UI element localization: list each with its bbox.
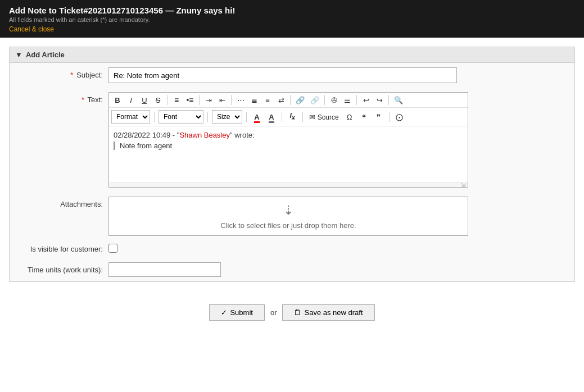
text-label: * Text: bbox=[19, 92, 108, 104]
toolbar-sep9 bbox=[207, 112, 208, 122]
text-control-wrap: B I U S ≡ •≡ ⇥ ⇤ ⋯ ≣ bbox=[108, 92, 565, 188]
time-units-row: Time units (work units): bbox=[10, 258, 574, 281]
draft-icon: 🗒 bbox=[294, 308, 301, 317]
format-dropdown[interactable]: Format bbox=[111, 110, 150, 124]
align-center-button[interactable]: ≣ bbox=[248, 95, 260, 105]
toolbar-row2: Format Font Size A A bbox=[109, 108, 468, 126]
table-button[interactable]: ⚌ bbox=[341, 95, 354, 105]
attachments-placeholder: Click to select files or just drop them … bbox=[220, 221, 356, 230]
align-right-button[interactable]: ≡ bbox=[261, 95, 274, 105]
visible-customer-row: Is visible for customer: bbox=[10, 240, 574, 258]
toolbar-sep8 bbox=[154, 112, 155, 122]
toolbar-sep4 bbox=[290, 95, 291, 105]
bold-button[interactable]: B bbox=[111, 95, 124, 105]
toolbar-sep7 bbox=[388, 95, 389, 105]
unlink-button[interactable]: 🔗 bbox=[308, 95, 322, 105]
toolbar-row1: B I U S ≡ •≡ ⇥ ⇤ ⋯ ≣ bbox=[109, 93, 468, 108]
link-button[interactable]: 🔗 bbox=[293, 95, 307, 105]
content-area: ▼ Add Article * Subject: * Text: bbox=[0, 38, 584, 341]
toolbar-sep12 bbox=[302, 112, 303, 122]
submit-label: Submit bbox=[230, 308, 252, 317]
unquote-button[interactable]: ❞ bbox=[373, 112, 385, 122]
resize-icon: ⇲ bbox=[461, 182, 465, 188]
outdent-button[interactable]: ⇤ bbox=[216, 95, 228, 105]
collapse-icon: ▼ bbox=[15, 51, 22, 59]
toolbar-sep10 bbox=[246, 112, 247, 122]
strikethrough-button[interactable]: S bbox=[152, 95, 164, 105]
editor-container: B I U S ≡ •≡ ⇥ ⇤ ⋯ ≣ bbox=[108, 92, 468, 188]
submit-check-icon: ✓ bbox=[221, 308, 227, 317]
attachments-control-wrap: ⇣ Click to select files or just drop the… bbox=[108, 197, 565, 236]
toolbar-sep3 bbox=[231, 95, 232, 105]
toolbar-sep2 bbox=[199, 95, 200, 105]
cancel-close-link[interactable]: Cancel & close bbox=[9, 25, 54, 33]
redo-button[interactable]: ↪ bbox=[373, 95, 386, 105]
font-color-button[interactable]: A bbox=[251, 112, 263, 122]
text-required: * bbox=[82, 95, 84, 104]
add-article-label: Add Article bbox=[26, 51, 65, 59]
source-button[interactable]: ✉ Source bbox=[307, 112, 341, 122]
draft-label: Save as new draft bbox=[304, 308, 363, 317]
quote-text: Note from agent bbox=[120, 142, 172, 150]
visible-customer-checkbox[interactable] bbox=[108, 244, 117, 253]
blockquote-button[interactable]: ❝ bbox=[358, 112, 370, 122]
attachments-dropzone[interactable]: ⇣ Click to select files or just drop the… bbox=[108, 197, 468, 236]
image-button[interactable]: ✇ bbox=[328, 95, 340, 105]
subject-control-wrap bbox=[108, 67, 565, 83]
toolbar-sep13 bbox=[389, 112, 390, 122]
top-header: Add Note to Ticket#2021012710123456 — Zn… bbox=[0, 0, 584, 38]
author-link: Shawn Beasley bbox=[179, 131, 230, 139]
subject-label: * Subject: bbox=[19, 67, 108, 79]
time-units-input[interactable] bbox=[108, 262, 221, 277]
attachments-label: Attachments: bbox=[19, 197, 108, 208]
or-text: or bbox=[270, 308, 277, 317]
font-dropdown[interactable]: Font bbox=[159, 110, 203, 124]
date-line: 02/28/2022 10:49 - "Shawn Beasley" wrote… bbox=[114, 131, 463, 139]
bg-color-button[interactable]: A bbox=[265, 112, 278, 122]
editor-content[interactable]: 02/28/2022 10:49 - "Shawn Beasley" wrote… bbox=[109, 126, 468, 183]
subject-input[interactable] bbox=[108, 67, 457, 83]
size-dropdown[interactable]: Size bbox=[212, 110, 242, 124]
add-article-section: ▼ Add Article * Subject: * Text: bbox=[9, 47, 575, 282]
indent-button[interactable]: ⇥ bbox=[202, 95, 215, 105]
italic-button[interactable]: I bbox=[125, 95, 137, 105]
unordered-list-button[interactable]: •≡ bbox=[184, 95, 196, 105]
draft-button[interactable]: 🗒 Save as new draft bbox=[282, 304, 374, 321]
mandatory-note: All fields marked with an asterisk (*) a… bbox=[9, 16, 575, 23]
add-article-header[interactable]: ▼ Add Article bbox=[10, 47, 574, 63]
underline-button[interactable]: U bbox=[138, 95, 151, 105]
toolbar-sep5 bbox=[324, 95, 325, 105]
attachments-row: Attachments: ⇣ Click to select files or … bbox=[10, 192, 574, 240]
upload-icon: ⇣ bbox=[283, 203, 293, 218]
toolbar-sep11 bbox=[282, 112, 282, 122]
undo-button[interactable]: ↩ bbox=[360, 95, 372, 105]
bottom-actions: ✓ Submit or 🗒 Save as new draft bbox=[9, 293, 575, 332]
time-units-control bbox=[108, 262, 565, 277]
text-row: * Text: B I U S ≡ •≡ bbox=[10, 88, 574, 192]
subject-required: * bbox=[70, 71, 73, 79]
omega-button[interactable]: Ω bbox=[343, 112, 356, 122]
quote-line: Note from agent bbox=[114, 142, 463, 150]
justify-button[interactable]: ⇄ bbox=[275, 95, 287, 105]
remove-format-button[interactable]: Ix bbox=[286, 111, 298, 122]
visible-customer-label: Is visible for customer: bbox=[19, 245, 108, 253]
subject-row: * Subject: bbox=[10, 63, 574, 88]
page-wrapper: Add Note to Ticket#2021012710123456 — Zn… bbox=[0, 0, 584, 392]
page-title: Add Note to Ticket#2021012710123456 — Zn… bbox=[9, 6, 575, 15]
visible-customer-control bbox=[108, 244, 565, 254]
align-left-button[interactable]: ⋯ bbox=[234, 95, 247, 105]
toolbar-sep6 bbox=[356, 95, 357, 105]
editor-resize-handle[interactable]: ⇲ bbox=[109, 183, 468, 187]
toolbar-sep1 bbox=[167, 95, 167, 105]
find-button[interactable]: 🔍 bbox=[392, 95, 405, 105]
time-units-label: Time units (work units): bbox=[19, 262, 108, 274]
submit-button[interactable]: ✓ Submit bbox=[209, 304, 264, 321]
ordered-list-button[interactable]: ≡ bbox=[170, 95, 183, 105]
fullscreen-button[interactable]: ⨀ bbox=[393, 112, 406, 122]
